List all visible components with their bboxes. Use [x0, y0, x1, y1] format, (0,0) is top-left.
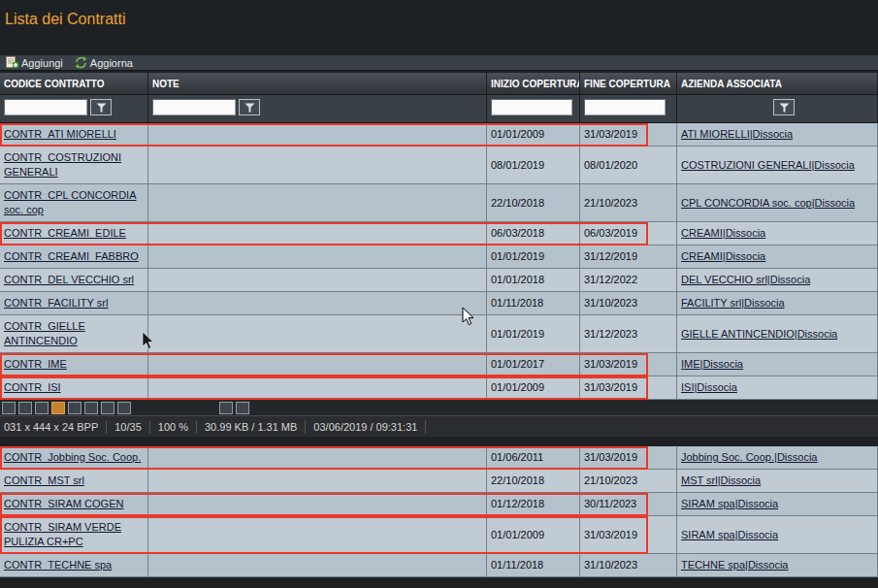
pager-button-current[interactable] [51, 402, 65, 414]
column-header-azienda[interactable]: AZIENDA ASSOCIATA [677, 73, 878, 94]
contract-link[interactable]: CONTR_GIELLE ANTINCENDIO [4, 319, 144, 348]
contract-link[interactable]: CONTR_CREAMI_FABBRO [4, 249, 139, 264]
company-link[interactable]: CREAMI [681, 226, 723, 241]
company-link[interactable]: SIRAM spa [681, 528, 735, 542]
company-link[interactable]: ATI MIORELLI [681, 127, 750, 142]
contract-link[interactable]: CONTR_ATI MIORELLI [4, 127, 116, 142]
filter-funnel-note-button[interactable] [239, 99, 260, 115]
filter-note-input[interactable] [152, 99, 236, 115]
dissocia-link[interactable]: Dissocia [738, 528, 779, 542]
dissocia-link[interactable]: Dissocia [726, 226, 766, 241]
start-date-cell: 01/12/2018 [487, 493, 580, 515]
contract-link[interactable]: CONTR_IME [4, 357, 67, 372]
pager-button[interactable] [18, 402, 32, 414]
company-link[interactable]: IME [681, 357, 700, 372]
table-header: CODICE CONTRATTO NOTE INIZIO COPERTURA F… [0, 73, 878, 95]
company-cell: COSTRUZIONI GENERALI | Dissocia [677, 147, 878, 183]
dissocia-link[interactable]: Dissocia [744, 296, 785, 310]
contract-code-cell: CONTR_SIRAM COGEN [0, 493, 148, 515]
dissocia-link[interactable]: Dissocia [814, 158, 855, 173]
contracts-table-top: CODICE CONTRATTO NOTE INIZIO COPERTURA F… [0, 73, 878, 400]
table-row: CONTR_ATI MIORELLI01/01/200931/03/2019AT… [0, 123, 878, 147]
dissocia-link[interactable]: Dissocia [702, 357, 743, 372]
dissocia-link[interactable]: Dissocia [748, 558, 789, 572]
contract-link[interactable]: CONTR_CPL CONCORDIA soc. cop [4, 188, 144, 217]
end-date-cell: 06/03/2019 [580, 222, 677, 245]
filter-funnel-codice-button[interactable] [90, 99, 112, 115]
pager-button[interactable] [68, 402, 81, 414]
company-link[interactable]: TECHNE spa [681, 558, 745, 572]
refresh-icon [75, 56, 87, 69]
pager-button[interactable] [84, 402, 98, 414]
company-cell: CPL CONCORDIA soc. cop | Dissocia [677, 184, 878, 221]
company-link[interactable]: GIELLE ANTINCENDIO [681, 327, 795, 342]
dissocia-link[interactable]: Dissocia [726, 249, 766, 264]
company-link[interactable]: CPL CONCORDIA soc. cop [681, 196, 812, 211]
contract-link[interactable]: CONTR_SIRAM COGEN [4, 497, 123, 511]
dissocia-link[interactable]: Dissocia [721, 474, 762, 488]
pager-button[interactable] [117, 402, 131, 414]
table-row: CONTR_SIRAM COGEN01/12/201830/11/2023SIR… [0, 493, 878, 516]
dissocia-link[interactable]: Dissocia [753, 127, 794, 142]
filter-fine-input[interactable] [584, 99, 666, 115]
company-link[interactable]: FACILITY srl [681, 296, 741, 310]
refresh-button-label: Aggiorna [90, 57, 133, 69]
pager-button[interactable] [2, 402, 16, 414]
contract-link[interactable]: CONTR_FACILITY srl [4, 296, 108, 310]
start-date-cell: 01/01/2019 [487, 315, 580, 352]
company-link[interactable]: CREAMI [681, 249, 723, 264]
refresh-button[interactable]: Aggiorna [72, 56, 136, 69]
filter-codice-input[interactable] [4, 99, 87, 115]
column-header-note[interactable]: NOTE [148, 73, 487, 94]
company-link[interactable]: MST srl [681, 474, 718, 488]
pager-button[interactable] [236, 402, 249, 414]
status-item: 10/35 [107, 420, 150, 434]
funnel-icon [779, 103, 790, 113]
company-cell: CREAMI | Dissocia [677, 245, 878, 268]
contract-link[interactable]: CONTR_CREAMI_EDILE [4, 226, 126, 241]
contract-link[interactable]: CONTR_SIRAM VERDE PULIZIA CR+PC [4, 520, 144, 549]
dissocia-link[interactable]: Dissocia [797, 327, 838, 342]
dissocia-link[interactable]: Dissocia [777, 450, 818, 465]
company-link[interactable]: SIRAM spa [681, 497, 735, 511]
filter-inizio-input[interactable] [491, 99, 572, 115]
company-link[interactable]: COSTRUZIONI GENERALI [681, 158, 811, 173]
contract-code-cell: CONTR_IME [0, 353, 148, 376]
pager-button[interactable] [35, 402, 49, 414]
contract-code-cell: CONTR_DEL VECCHIO srl [0, 269, 148, 291]
contract-link[interactable]: CONTR_DEL VECCHIO srl [4, 273, 134, 287]
column-header-codice[interactable]: CODICE CONTRATTO [0, 73, 148, 94]
table-row: CONTR_CREAMI_EDILE06/03/201806/03/2019CR… [0, 222, 878, 245]
dissocia-link[interactable]: Dissocia [697, 380, 737, 395]
contract-link[interactable]: CONTR_COSTRUZIONI GENERALI [4, 150, 144, 180]
pager-button[interactable] [219, 402, 233, 414]
note-cell [148, 184, 487, 221]
company-cell: ATI MIORELLI | Dissocia [677, 123, 878, 146]
start-date-cell: 01/01/2019 [487, 245, 580, 268]
pager-button[interactable] [101, 402, 114, 414]
column-header-inizio[interactable]: INIZIO COPERTURA [487, 73, 580, 94]
company-link[interactable]: DEL VECCHIO srl [681, 273, 767, 287]
company-link[interactable]: ISI [681, 380, 694, 395]
column-header-fine[interactable]: FINE COPERTURA [580, 73, 677, 94]
add-icon [6, 56, 18, 69]
table-row: CONTR_FACILITY srl01/11/201831/10/2023FA… [0, 292, 878, 315]
contract-link[interactable]: CONTR_MST srl [4, 474, 84, 488]
note-cell [148, 292, 487, 314]
contract-link[interactable]: CONTR_Jobbing Soc. Coop. [4, 450, 141, 465]
funnel-icon [96, 103, 107, 113]
pager-strip [0, 400, 878, 415]
status-item: 30.99 KB / 1.31 MB [197, 420, 306, 434]
note-cell [148, 376, 487, 399]
start-date-cell: 01/11/2018 [487, 292, 580, 314]
add-button[interactable]: Aggiungi [3, 56, 66, 69]
dissocia-link[interactable]: Dissocia [738, 497, 779, 511]
contract-link[interactable]: CONTR_ISI [4, 380, 61, 395]
contract-link[interactable]: CONTR_TECHNE spa [4, 558, 112, 572]
dissocia-link[interactable]: Dissocia [815, 196, 856, 211]
end-date-cell: 21/10/2023 [580, 184, 677, 221]
end-date-cell: 31/12/2023 [580, 315, 677, 352]
dissocia-link[interactable]: Dissocia [770, 273, 811, 287]
company-link[interactable]: Jobbing Soc. Coop. [681, 450, 774, 465]
filter-funnel-azienda-button[interactable] [773, 99, 795, 115]
